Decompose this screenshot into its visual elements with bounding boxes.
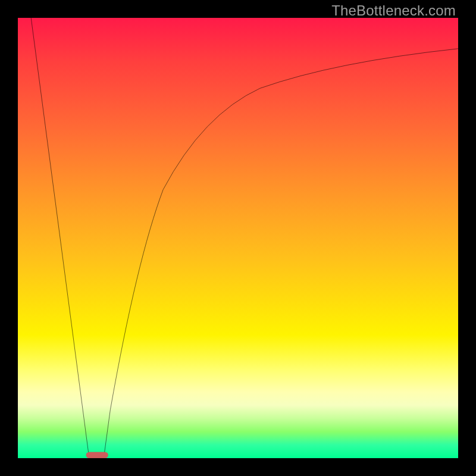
watermark-text: TheBottleneck.com: [331, 2, 456, 19]
valley-marker: [86, 452, 108, 458]
curve-overlay: [18, 18, 458, 458]
gradient-plot-area: [18, 18, 458, 458]
curve-left-descent: [31, 18, 89, 458]
chart-frame: TheBottleneck.com: [0, 0, 476, 476]
curve-right-rise: [104, 49, 458, 458]
